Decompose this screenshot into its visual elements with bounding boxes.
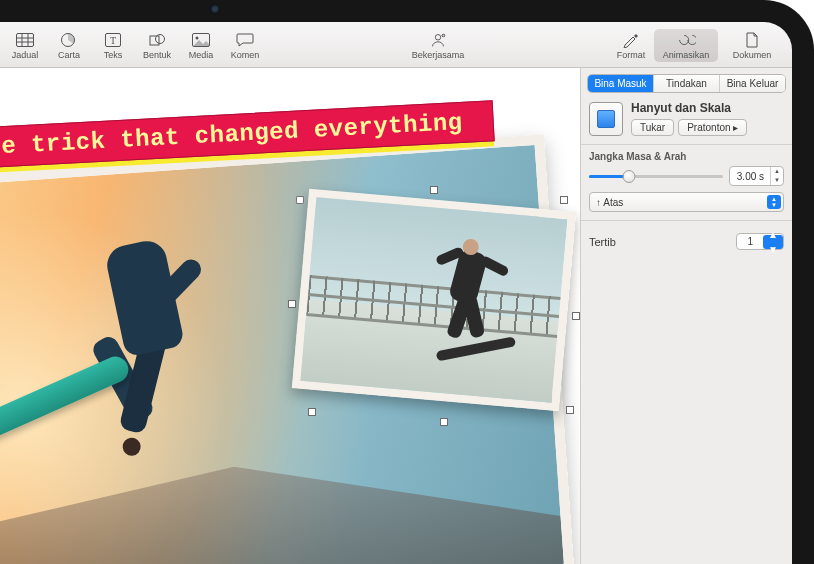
chart-icon [59, 31, 79, 49]
toolbar-bentuk-label: Bentuk [143, 50, 171, 60]
toolbar-teks-label: Teks [104, 50, 123, 60]
slide-canvas[interactable]: e trick that changed everything [0, 68, 580, 564]
photo-selected[interactable] [292, 189, 576, 412]
toolbar-animasikan[interactable]: Animasikan [654, 29, 718, 62]
duration-section: Jangka Masa & Arah 3.00 s ▲ ▼ [581, 151, 792, 220]
table-icon [15, 31, 35, 49]
keynote-window: Jadual Carta T Teks Bentuk Media [0, 22, 792, 564]
effect-thumbnail[interactable] [589, 102, 623, 136]
comment-icon [235, 31, 255, 49]
chevron-up-icon[interactable]: ▲ [771, 167, 783, 176]
duration-value: 3.00 s [730, 169, 770, 184]
direction-value: ↑ Atas [596, 197, 623, 208]
format-icon [621, 31, 641, 49]
selection-handle[interactable] [296, 196, 305, 205]
shape-icon [147, 31, 167, 49]
selection-handle[interactable] [430, 186, 438, 194]
toolbar-carta-label: Carta [58, 50, 80, 60]
svg-text:T: T [110, 35, 116, 46]
selection-handle[interactable] [288, 300, 296, 308]
selection-handle[interactable] [308, 408, 316, 416]
seg-tindakan[interactable]: Tindakan [654, 75, 720, 92]
selection-handle[interactable] [566, 406, 574, 414]
animate-icon [676, 31, 696, 49]
toolbar-komen[interactable]: Komen [224, 29, 266, 62]
toolbar-bentuk[interactable]: Bentuk [136, 29, 178, 62]
toolbar-jadual-label: Jadual [12, 50, 39, 60]
svg-point-9 [156, 35, 165, 44]
order-row: Tertib 1 ▲▼ [581, 227, 792, 256]
select-chevrons-icon: ▲▼ [763, 235, 783, 249]
duration-slider[interactable] [589, 167, 723, 185]
order-select[interactable]: 1 ▲▼ [736, 233, 784, 250]
build-segmented-control: Bina Masuk Tindakan Bina Keluar [587, 74, 786, 93]
select-chevrons-icon: ▲▼ [767, 195, 781, 209]
svg-point-11 [196, 37, 199, 40]
toolbar-dokumen-label: Dokumen [733, 50, 772, 60]
media-icon [191, 31, 211, 49]
seg-bina-keluar[interactable]: Bina Keluar [720, 75, 785, 92]
inspector-panel: Bina Masuk Tindakan Bina Keluar Hanyut d… [580, 68, 792, 564]
toolbar-bekerjasama-label: Bekerjasama [412, 50, 465, 60]
laptop-camera [210, 4, 220, 14]
duration-stepper[interactable]: 3.00 s ▲ ▼ [729, 166, 784, 186]
selection-handle[interactable] [560, 196, 568, 204]
preview-button[interactable]: Pratonton ▸ [678, 119, 747, 136]
toolbar-komen-label: Komen [231, 50, 260, 60]
seg-bina-masuk[interactable]: Bina Masuk [588, 75, 654, 92]
collaborate-icon: + [428, 31, 448, 49]
change-effect-button[interactable]: Tukar [631, 119, 674, 136]
toolbar-bekerjasama[interactable]: + Bekerjasama [406, 29, 470, 62]
toolbar: Jadual Carta T Teks Bentuk Media [0, 22, 792, 68]
toolbar-format-label: Format [617, 50, 646, 60]
toolbar-dokumen[interactable]: Dokumen [720, 29, 784, 62]
toolbar-carta[interactable]: Carta [48, 29, 90, 62]
toolbar-teks[interactable]: T Teks [92, 29, 134, 62]
toolbar-animasikan-label: Animasikan [663, 50, 710, 60]
selection-handle[interactable] [440, 418, 448, 426]
document-icon [742, 31, 762, 49]
effect-name: Hanyut dan Skala [631, 101, 784, 115]
selection-handle[interactable] [572, 312, 580, 320]
toolbar-format[interactable]: Format [610, 29, 652, 62]
toolbar-media[interactable]: Media [180, 29, 222, 62]
duration-title: Jangka Masa & Arah [589, 151, 784, 162]
direction-select[interactable]: ↑ Atas ▲▼ [589, 192, 784, 212]
svg-rect-0 [17, 34, 34, 47]
tertib-label: Tertib [589, 236, 616, 248]
toolbar-media-label: Media [189, 50, 214, 60]
text-icon: T [103, 31, 123, 49]
chevron-down-icon[interactable]: ▼ [771, 176, 783, 185]
toolbar-jadual[interactable]: Jadual [4, 29, 46, 62]
svg-rect-8 [150, 36, 159, 45]
svg-point-12 [435, 35, 440, 40]
main-area: e trick that changed everything [0, 68, 792, 564]
svg-text:+: + [442, 33, 445, 38]
effect-row: Hanyut dan Skala Tukar Pratonton ▸ [581, 101, 792, 144]
